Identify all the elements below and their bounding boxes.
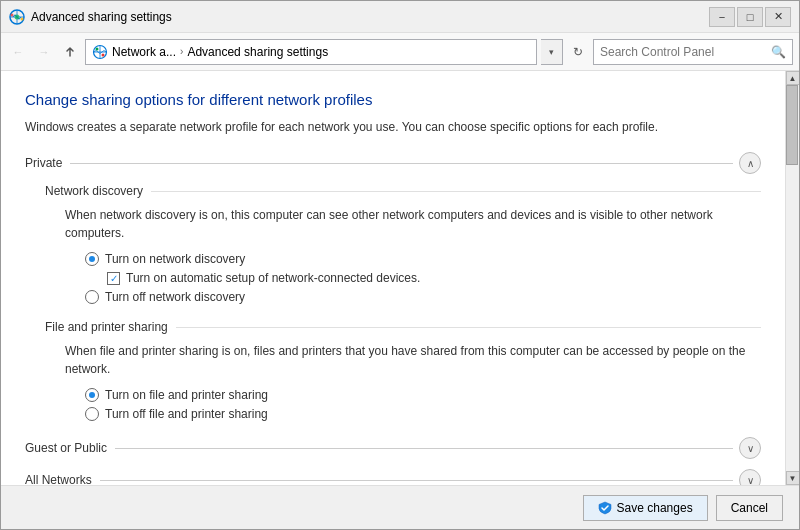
svg-point-2 xyxy=(11,13,14,16)
turn-on-radio[interactable] xyxy=(85,252,99,266)
search-icon[interactable]: 🔍 xyxy=(771,45,786,59)
auto-setup-checkbox[interactable]: ✓ xyxy=(107,272,120,285)
up-button[interactable] xyxy=(59,41,81,63)
turn-on-network-discovery-option[interactable]: Turn on network discovery xyxy=(85,252,761,266)
address-path[interactable]: Network a... › Advanced sharing settings xyxy=(85,39,537,65)
network-discovery-header: Network discovery xyxy=(45,184,761,198)
private-divider xyxy=(70,163,733,164)
turn-on-fs-radio[interactable] xyxy=(85,388,99,402)
turn-off-file-sharing-option[interactable]: Turn off file and printer sharing xyxy=(85,407,761,421)
scroll-thumb[interactable] xyxy=(786,85,798,165)
scroll-down-button[interactable]: ▼ xyxy=(786,471,800,485)
save-button[interactable]: Save changes xyxy=(583,495,708,521)
file-sharing-divider xyxy=(176,327,761,328)
window-title: Advanced sharing settings xyxy=(31,10,709,24)
refresh-icon: ↻ xyxy=(573,45,583,59)
dropdown-arrow-icon: ▾ xyxy=(549,47,554,57)
scrollbar: ▲ ▼ xyxy=(785,71,799,485)
auto-setup-option[interactable]: ✓ Turn on automatic setup of network-con… xyxy=(107,271,761,285)
forward-button[interactable]: → xyxy=(33,41,55,63)
title-controls: − □ ✕ xyxy=(709,7,791,27)
auto-setup-label: Turn on automatic setup of network-conne… xyxy=(126,271,420,285)
svg-point-6 xyxy=(102,53,105,56)
breadcrumb-sep-1: › xyxy=(180,46,183,57)
search-box[interactable]: 🔍 xyxy=(593,39,793,65)
network-discovery-options: Turn on network discovery ✓ Turn on auto… xyxy=(85,252,761,304)
save-label: Save changes xyxy=(617,501,693,515)
address-bar: ← → Network a... › Advanced sharing sett… xyxy=(1,33,799,71)
address-dropdown[interactable]: ▾ xyxy=(541,39,563,65)
svg-point-3 xyxy=(21,17,24,20)
scroll-up-button[interactable]: ▲ xyxy=(786,71,800,85)
private-section-header: Private ∧ xyxy=(25,152,761,174)
minimize-button[interactable]: − xyxy=(709,7,735,27)
breadcrumb-current: Advanced sharing settings xyxy=(187,45,328,59)
maximize-button[interactable]: □ xyxy=(737,7,763,27)
file-sharing-desc: When file and printer sharing is on, fil… xyxy=(65,342,761,378)
network-discovery-divider xyxy=(151,191,761,192)
main-window: Advanced sharing settings − □ ✕ ← → Netw… xyxy=(0,0,800,530)
guest-label: Guest or Public xyxy=(25,441,107,455)
turn-on-nd-label: Turn on network discovery xyxy=(105,252,245,266)
turn-on-fs-label: Turn on file and printer sharing xyxy=(105,388,268,402)
network-discovery-desc: When network discovery is on, this compu… xyxy=(65,206,761,242)
guest-section-header: Guest or Public ∨ xyxy=(25,437,761,459)
all-networks-toggle[interactable]: ∨ xyxy=(739,469,761,485)
turn-off-fs-label: Turn off file and printer sharing xyxy=(105,407,268,421)
network-icon xyxy=(92,44,108,60)
window-icon xyxy=(9,9,25,25)
private-toggle[interactable]: ∧ xyxy=(739,152,761,174)
turn-off-network-discovery-option[interactable]: Turn off network discovery xyxy=(85,290,761,304)
svg-point-1 xyxy=(15,14,20,19)
back-button[interactable]: ← xyxy=(7,41,29,63)
breadcrumb-network: Network a... xyxy=(112,45,176,59)
turn-off-nd-radio[interactable] xyxy=(85,290,99,304)
cancel-button[interactable]: Cancel xyxy=(716,495,783,521)
title-bar: Advanced sharing settings − □ ✕ xyxy=(1,1,799,33)
all-networks-divider xyxy=(100,480,733,481)
file-sharing-label: File and printer sharing xyxy=(45,320,168,334)
shield-icon xyxy=(598,501,612,515)
file-sharing-options: Turn on file and printer sharing Turn of… xyxy=(85,388,761,421)
turn-off-nd-label: Turn off network discovery xyxy=(105,290,245,304)
file-sharing-header: File and printer sharing xyxy=(45,320,761,334)
turn-off-fs-radio[interactable] xyxy=(85,407,99,421)
all-networks-section-header: All Networks ∨ xyxy=(25,469,761,485)
guest-toggle[interactable]: ∨ xyxy=(739,437,761,459)
private-label: Private xyxy=(25,156,62,170)
page-description: Windows creates a separate network profi… xyxy=(25,118,761,136)
network-discovery-subsection: Network discovery When network discovery… xyxy=(45,184,761,304)
search-input[interactable] xyxy=(600,45,771,59)
turn-on-file-sharing-option[interactable]: Turn on file and printer sharing xyxy=(85,388,761,402)
content-area: Change sharing options for different net… xyxy=(1,71,799,485)
all-networks-label: All Networks xyxy=(25,473,92,485)
guest-divider xyxy=(115,448,733,449)
main-content: Change sharing options for different net… xyxy=(1,71,785,485)
svg-point-5 xyxy=(96,47,99,50)
file-sharing-subsection: File and printer sharing When file and p… xyxy=(45,320,761,421)
network-discovery-label: Network discovery xyxy=(45,184,143,198)
scroll-track[interactable] xyxy=(786,85,799,471)
footer: Save changes Cancel xyxy=(1,485,799,529)
refresh-button[interactable]: ↻ xyxy=(567,41,589,63)
close-button[interactable]: ✕ xyxy=(765,7,791,27)
page-title: Change sharing options for different net… xyxy=(25,91,761,108)
